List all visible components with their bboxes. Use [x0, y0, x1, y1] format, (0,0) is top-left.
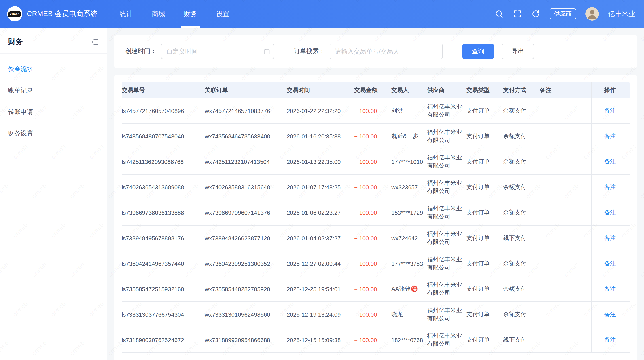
- remark-action-link[interactable]: 备注: [604, 132, 616, 140]
- fullscreen-icon[interactable]: [513, 9, 522, 18]
- cell-related-order: wx738948426623877120: [205, 235, 287, 241]
- supplier-role-badge[interactable]: 供应商: [550, 8, 576, 19]
- cell-amount: + 100.00: [354, 107, 391, 114]
- cell-trader: 177****3783: [391, 260, 427, 267]
- col-related-order: 关联订单: [205, 86, 287, 94]
- cell-trader: AA张铨🉐: [391, 285, 427, 293]
- cell-transaction-time: 2026-01-13 22:35:00: [287, 158, 354, 165]
- search-button[interactable]: 查询: [462, 44, 494, 59]
- cell-related-order: wx743568464735633408: [205, 133, 287, 140]
- cell-transaction-id: ls736042414967357440: [122, 260, 205, 267]
- remark-action-link[interactable]: 备注: [604, 336, 616, 344]
- table-row: ls740263654313689088 wx74026358831631564…: [122, 175, 630, 200]
- cell-pay-method: 余额支付: [503, 285, 540, 293]
- cell-transaction-time: 2025-12-27 02:09:44: [287, 260, 354, 267]
- cell-trader: 177****1010: [391, 158, 427, 165]
- username-label[interactable]: 亿丰米业: [608, 9, 635, 18]
- sidebar-item-bill-records[interactable]: 账单记录: [0, 79, 107, 101]
- create-time-input-wrap: [161, 44, 274, 59]
- cell-trader: 182****0768: [391, 337, 427, 343]
- table-row: ls733313037766754304 wx73331301056249856…: [122, 302, 630, 327]
- create-time-label: 创建时间：: [125, 47, 156, 55]
- remark-action-link[interactable]: 备注: [604, 158, 616, 166]
- cell-transaction-time: 2026-01-07 17:43:25: [287, 184, 354, 190]
- cell-amount: + 100.00: [354, 209, 391, 216]
- remark-action-link[interactable]: 备注: [604, 259, 616, 268]
- sidebar-header: 财务: [0, 28, 107, 54]
- cell-trader: wx724642: [391, 235, 427, 241]
- sidebar-title: 财务: [8, 37, 23, 47]
- cell-transaction-type: 支付订单: [466, 336, 503, 344]
- navbar-right: 供应商 亿丰米业: [495, 7, 635, 20]
- remark-action-link[interactable]: 备注: [604, 285, 616, 293]
- cell-action: 备注: [591, 276, 630, 302]
- cell-supplier: 福州亿丰米业有限公司: [427, 204, 466, 221]
- cell-transaction-time: 2026-01-22 22:32:20: [287, 107, 354, 114]
- nav-item-statistics[interactable]: 统计: [110, 0, 142, 28]
- cell-supplier: 福州亿丰米业有限公司: [427, 179, 466, 195]
- search-icon[interactable]: [495, 9, 504, 18]
- cell-action: 备注: [591, 175, 630, 200]
- cell-action: 备注: [591, 327, 630, 353]
- cell-amount: + 100.00: [354, 337, 391, 343]
- sidebar-item-capital-flow[interactable]: 资金流水: [0, 58, 107, 79]
- nav-item-settings[interactable]: 设置: [206, 0, 239, 28]
- cell-related-order: wx739669709607141376: [205, 209, 287, 216]
- col-amount: 交易金额: [354, 86, 391, 94]
- order-search-input-wrap: [330, 44, 443, 59]
- nav-item-mall[interactable]: 商城: [142, 0, 174, 28]
- cell-transaction-id: ls738948495678898176: [122, 235, 205, 241]
- cell-amount: + 100.00: [354, 286, 391, 292]
- cell-transaction-type: 支付订单: [466, 132, 503, 140]
- refresh-icon[interactable]: [531, 9, 540, 18]
- cell-action: 备注: [591, 149, 630, 174]
- cell-supplier: 福州亿丰米业有限公司: [427, 128, 466, 144]
- cell-amount: + 100.00: [354, 133, 391, 140]
- cell-transaction-type: 支付订单: [466, 234, 503, 242]
- remark-action-link[interactable]: 备注: [604, 107, 616, 115]
- remark-action-link[interactable]: 备注: [604, 234, 616, 242]
- cell-transaction-type: 支付订单: [466, 259, 503, 268]
- cell-pay-method: 余额支付: [503, 107, 540, 115]
- remark-action-link[interactable]: 备注: [604, 310, 616, 319]
- main-content: 创建时间： 订单搜索： 查询 导出 交易单号 关联订单 交易时间 交易金额 交易…: [107, 28, 644, 360]
- collapse-sidebar-icon[interactable]: [91, 38, 99, 46]
- calendar-icon[interactable]: [264, 48, 270, 55]
- remark-action-link[interactable]: 备注: [604, 183, 616, 191]
- top-navbar: crmeb CRMEB 会员电商系统 统计 商城 财务 设置 供应商 亿丰米业: [0, 0, 644, 28]
- col-trader: 交易人: [391, 86, 427, 94]
- cell-transaction-id: ls733313037766754304: [122, 311, 205, 318]
- col-action: 操作: [591, 82, 630, 98]
- table-body: ls745772176057040896 wx74577214657108377…: [122, 98, 630, 353]
- export-button[interactable]: 导出: [502, 44, 534, 59]
- sidebar-item-transfer-request[interactable]: 转账申请: [0, 101, 107, 122]
- filter-bar: 创建时间： 订单搜索： 查询 导出: [114, 35, 637, 68]
- user-avatar[interactable]: [586, 7, 599, 20]
- nav-item-finance[interactable]: 财务: [174, 0, 206, 28]
- cell-related-order: wx733313010562498560: [205, 311, 287, 318]
- cell-supplier: 福州亿丰米业有限公司: [427, 154, 466, 170]
- cell-action: 备注: [591, 98, 630, 123]
- cell-transaction-type: 支付订单: [466, 158, 503, 166]
- remark-action-link[interactable]: 备注: [604, 209, 616, 217]
- cell-amount: + 100.00: [354, 311, 391, 318]
- cell-transaction-time: 2026-01-16 20:35:38: [287, 133, 354, 140]
- app-logo[interactable]: crmeb: [7, 6, 22, 21]
- cell-trader: 魏近&一步: [391, 132, 427, 140]
- col-supplier: 供应商: [427, 86, 466, 94]
- cell-action: 备注: [591, 302, 630, 327]
- cell-trader: wx323657: [391, 184, 427, 190]
- cell-amount: + 100.00: [354, 260, 391, 267]
- create-time-input[interactable]: [161, 44, 274, 59]
- cell-trader: 153****1729: [391, 209, 427, 216]
- cell-related-order: wx731889930954866688: [205, 337, 287, 343]
- cell-pay-method: 线下支付: [503, 234, 540, 242]
- col-remark: 备注: [540, 86, 591, 94]
- table-row: ls731890030762524672 wx73188993095486668…: [122, 327, 630, 353]
- cell-action: 备注: [591, 200, 630, 225]
- order-search-input[interactable]: [330, 44, 443, 59]
- col-transaction-id: 交易单号: [122, 86, 205, 94]
- cell-pay-method: 余额支付: [503, 259, 540, 268]
- cell-transaction-id: ls743568480707543040: [122, 133, 205, 140]
- sidebar-item-finance-settings[interactable]: 财务设置: [0, 122, 107, 144]
